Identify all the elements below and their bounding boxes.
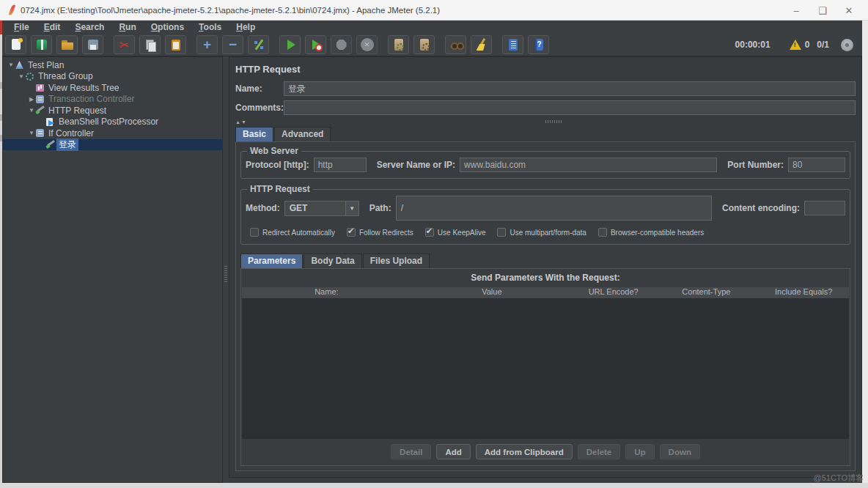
close-button[interactable]: ✕ bbox=[836, 0, 862, 21]
column-include-equals[interactable]: Include Equals? bbox=[758, 287, 849, 298]
add-from-clipboard-button[interactable]: Add from Clipboard bbox=[476, 444, 573, 459]
new-file-icon bbox=[10, 38, 23, 51]
watermark: @51CTO博客 bbox=[814, 473, 864, 484]
start-no-timers-button[interactable] bbox=[305, 35, 326, 54]
page-left-edge bbox=[0, 21, 2, 483]
expand-arrow-icon[interactable]: ▼ bbox=[28, 107, 35, 114]
toggle-button[interactable] bbox=[248, 35, 269, 54]
tree-main-splitter[interactable] bbox=[223, 56, 229, 483]
remote-start-all-button[interactable] bbox=[388, 35, 409, 54]
expand-arrow-icon[interactable]: ▶ bbox=[28, 96, 35, 103]
protocol-input[interactable] bbox=[314, 158, 367, 172]
copy-button[interactable] bbox=[139, 35, 161, 54]
column-url-encode[interactable]: URL Encode? bbox=[573, 287, 654, 298]
collapse-all-button[interactable]: − bbox=[222, 35, 243, 54]
checkbox-icon[interactable] bbox=[497, 228, 506, 237]
http-request-icon bbox=[45, 140, 55, 149]
start-button[interactable] bbox=[279, 35, 301, 54]
maximize-button[interactable]: ❑ bbox=[809, 0, 836, 21]
clipboard-paste-icon bbox=[169, 38, 183, 51]
menu-tools[interactable]: Tools bbox=[193, 21, 227, 33]
tab-parameters[interactable]: Parameters bbox=[240, 254, 303, 268]
content-encoding-input[interactable] bbox=[804, 201, 845, 215]
server-input[interactable] bbox=[460, 158, 717, 172]
function-helper-button[interactable] bbox=[502, 35, 523, 54]
search-button[interactable] bbox=[445, 35, 466, 54]
http-request-icon bbox=[35, 106, 45, 115]
comments-input[interactable] bbox=[284, 100, 856, 115]
params-table-body[interactable] bbox=[242, 298, 849, 439]
minimize-button[interactable]: – bbox=[783, 0, 809, 21]
open-button[interactable] bbox=[56, 35, 78, 54]
if-controller-icon bbox=[35, 128, 45, 138]
tab-basic[interactable]: Basic bbox=[235, 127, 273, 141]
menu-options[interactable]: Options bbox=[145, 21, 190, 33]
method-label: Method: bbox=[246, 203, 280, 213]
delete-button[interactable]: Delete bbox=[578, 444, 621, 459]
path-input[interactable] bbox=[396, 196, 712, 221]
follow-redirects-checkbox[interactable]: Follow Redirects bbox=[347, 228, 413, 237]
warning-icon[interactable] bbox=[790, 40, 801, 50]
tab-advanced[interactable]: Advanced bbox=[274, 127, 331, 141]
up-button[interactable]: Up bbox=[625, 444, 654, 459]
use-keepalive-checkbox[interactable]: Use KeepAlive bbox=[425, 228, 486, 237]
binoculars-icon bbox=[449, 38, 463, 51]
elapsed-time: 00:00:01 bbox=[735, 40, 770, 50]
menu-search[interactable]: Search bbox=[69, 21, 110, 33]
port-input[interactable] bbox=[788, 158, 845, 172]
remote-start-icon bbox=[392, 38, 405, 51]
method-dropdown[interactable]: GET ▼ bbox=[284, 201, 359, 216]
column-content-type[interactable]: Content-Type bbox=[655, 287, 757, 298]
menu-file[interactable]: File bbox=[8, 21, 35, 33]
tree-item-if-controller[interactable]: ▼ If Controller bbox=[3, 127, 222, 139]
header-collapse-divider[interactable]: ▲▼ bbox=[235, 118, 856, 125]
expand-arrow-icon[interactable]: ▼ bbox=[18, 73, 25, 80]
redirect-automatically-checkbox[interactable]: Redirect Automatically bbox=[250, 228, 335, 237]
tree-item-view-results-tree[interactable]: View Results Tree bbox=[3, 82, 222, 94]
chevron-down-icon[interactable]: ▼ bbox=[345, 202, 358, 215]
tree-item-beanshell-postprocessor[interactable]: BeanShell PostProcessor bbox=[3, 117, 222, 128]
checkbox-icon[interactable] bbox=[425, 228, 434, 237]
shutdown-button[interactable] bbox=[356, 35, 378, 54]
checkbox-icon[interactable] bbox=[347, 228, 356, 237]
detail-button[interactable]: Detail bbox=[391, 444, 431, 459]
name-input[interactable] bbox=[284, 81, 856, 96]
templates-button[interactable] bbox=[31, 35, 52, 54]
save-button[interactable] bbox=[82, 35, 103, 54]
thread-count: 0/1 bbox=[817, 40, 829, 50]
http-request-legend: HTTP Request bbox=[247, 184, 313, 194]
tree-item-login-sampler[interactable]: 登录 bbox=[3, 139, 222, 151]
cut-button[interactable]: ✂ bbox=[114, 35, 135, 54]
page-bottom-edge bbox=[0, 483, 868, 488]
collapse-arrows-icon[interactable]: ▲▼ bbox=[235, 119, 247, 125]
tree-item-transaction-controller[interactable]: ▶ Transaction Controller bbox=[3, 94, 222, 106]
clear-all-button[interactable] bbox=[471, 35, 492, 54]
tree-item-thread-group[interactable]: ▼ Thread Group bbox=[3, 71, 222, 83]
menu-run[interactable]: Run bbox=[113, 21, 141, 33]
tree-item-test-plan[interactable]: ▼ Test Plan bbox=[3, 59, 222, 71]
help-book-icon bbox=[532, 38, 545, 51]
paste-button[interactable] bbox=[165, 35, 186, 54]
expand-arrow-icon[interactable]: ▼ bbox=[28, 130, 35, 136]
checkbox-icon[interactable] bbox=[598, 228, 607, 237]
new-plan-button[interactable] bbox=[5, 35, 26, 54]
column-name[interactable]: Name: bbox=[242, 287, 411, 298]
name-label: Name: bbox=[235, 84, 284, 94]
table-buttons: Detail Add Add from Clipboard Delete Up … bbox=[241, 439, 850, 465]
stop-button[interactable] bbox=[331, 35, 352, 54]
column-value[interactable]: Value bbox=[412, 287, 572, 298]
tree-item-http-request[interactable]: ▼ HTTP Request bbox=[3, 105, 222, 117]
browser-compatible-headers-checkbox[interactable]: Browser-compatible headers bbox=[598, 228, 704, 237]
help-button[interactable] bbox=[528, 35, 549, 54]
menu-edit[interactable]: Edit bbox=[38, 21, 67, 33]
tab-files-upload[interactable]: Files Upload bbox=[363, 254, 430, 268]
use-multipart-checkbox[interactable]: Use multipart/form-data bbox=[497, 228, 586, 237]
expand-arrow-icon[interactable]: ▼ bbox=[7, 62, 15, 68]
checkbox-icon[interactable] bbox=[250, 228, 259, 237]
add-button[interactable]: Add bbox=[436, 444, 470, 459]
remote-stop-all-button[interactable] bbox=[413, 35, 435, 54]
tab-body-data[interactable]: Body Data bbox=[304, 254, 361, 268]
down-button[interactable]: Down bbox=[660, 444, 700, 459]
menu-help[interactable]: Help bbox=[230, 21, 261, 33]
expand-all-button[interactable]: + bbox=[196, 35, 218, 54]
